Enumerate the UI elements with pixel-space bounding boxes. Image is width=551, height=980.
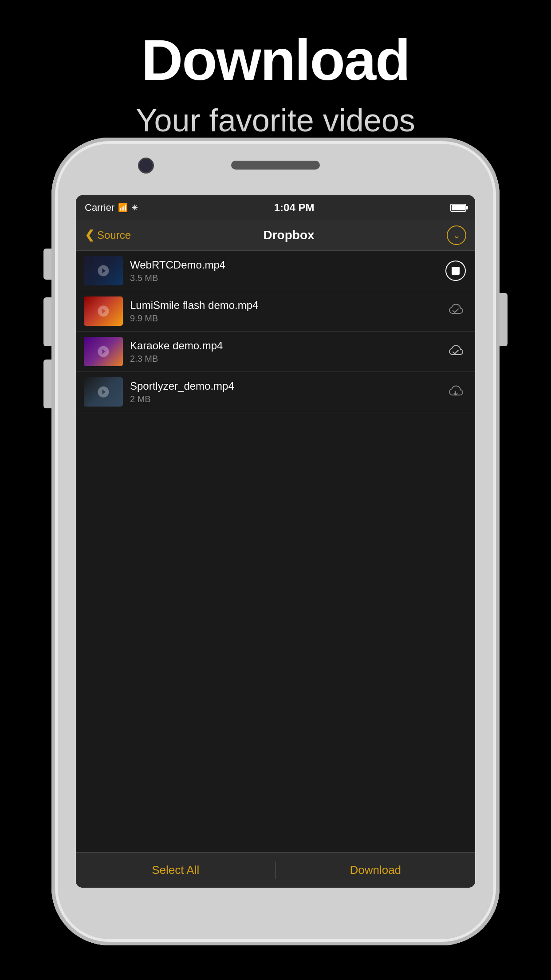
file-info-1: WebRTCDemo.mp4 3.5 MB: [130, 259, 437, 283]
filter-button[interactable]: ⌄: [447, 225, 466, 245]
phone-screen: Carrier 📶 ✳ 1:04 PM ❮ Source Dropbox ⌄: [76, 195, 475, 888]
downloaded-icon: [447, 302, 464, 320]
file-size-1: 3.5 MB: [130, 273, 437, 283]
status-right: [450, 204, 466, 212]
header-title-text: Download: [0, 27, 551, 93]
file-name-1: WebRTCDemo.mp4: [130, 259, 437, 271]
volume-down-button: [43, 360, 51, 408]
list-item[interactable]: Karaoke demo.mp4 2.3 MB: [76, 332, 475, 372]
file-action-3[interactable]: [444, 340, 467, 363]
power-button: [500, 293, 508, 346]
stop-download-icon[interactable]: [445, 261, 466, 281]
thumbnail-1: [84, 256, 123, 285]
file-action-1[interactable]: [444, 259, 467, 282]
back-button[interactable]: ❮ Source: [85, 228, 131, 242]
thumbnail-3: [84, 337, 123, 366]
stop-square: [452, 267, 460, 275]
select-all-button[interactable]: Select All: [76, 859, 276, 881]
back-chevron-icon: ❮: [85, 228, 94, 242]
file-name-2: LumiSmile flash demo.mp4: [130, 299, 437, 312]
file-action-2[interactable]: [444, 300, 467, 323]
wifi-icon: 📶: [118, 203, 128, 213]
thumbnail-2: [84, 296, 123, 326]
download-button[interactable]: Download: [276, 859, 476, 881]
file-info-3: Karaoke demo.mp4 2.3 MB: [130, 340, 437, 364]
carrier-label: Carrier: [85, 202, 114, 213]
battery-icon: [450, 204, 466, 212]
brightness-icon: ✳: [131, 203, 138, 213]
file-info-2: LumiSmile flash demo.mp4 9.9 MB: [130, 299, 437, 324]
header-subtitle-text: Your favorite videos: [0, 102, 551, 138]
bottom-bar: Select All Download: [76, 852, 475, 888]
nav-bar: ❮ Source Dropbox ⌄: [76, 220, 475, 251]
phone-shell: Carrier 📶 ✳ 1:04 PM ❮ Source Dropbox ⌄: [51, 138, 500, 945]
list-item[interactable]: Sportlyzer_demo.mp4 2 MB: [76, 372, 475, 412]
list-item[interactable]: LumiSmile flash demo.mp4 9.9 MB: [76, 291, 475, 332]
nav-title: Dropbox: [263, 228, 314, 242]
file-name-3: Karaoke demo.mp4: [130, 340, 437, 352]
file-action-4[interactable]: [444, 380, 467, 403]
back-label[interactable]: Source: [97, 229, 131, 241]
file-size-2: 9.9 MB: [130, 313, 437, 324]
front-camera: [138, 158, 154, 174]
file-size-4: 2 MB: [130, 394, 437, 404]
file-info-4: Sportlyzer_demo.mp4 2 MB: [130, 380, 437, 404]
status-bar: Carrier 📶 ✳ 1:04 PM: [76, 195, 475, 220]
volume-up-button: [43, 297, 51, 346]
file-list: WebRTCDemo.mp4 3.5 MB LumiSmile fl: [76, 251, 475, 412]
cloud-download-icon: [447, 384, 464, 400]
status-time: 1:04 PM: [274, 202, 315, 214]
thumbnail-4: [84, 377, 123, 407]
downloaded-icon-2: [447, 344, 464, 360]
status-left: Carrier 📶 ✳: [85, 202, 138, 213]
list-item[interactable]: WebRTCDemo.mp4 3.5 MB: [76, 251, 475, 291]
file-size-3: 2.3 MB: [130, 354, 437, 364]
file-name-4: Sportlyzer_demo.mp4: [130, 380, 437, 392]
speaker: [231, 161, 320, 170]
mute-button: [43, 249, 51, 280]
chevron-down-icon: ⌄: [453, 230, 460, 241]
